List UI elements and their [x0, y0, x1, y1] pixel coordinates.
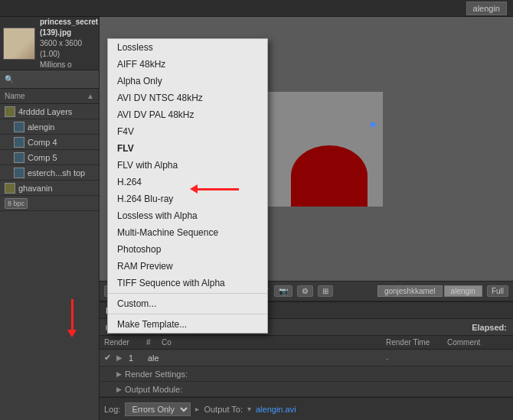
list-item[interactable]: alengin	[0, 119, 99, 135]
col-comment: Comment	[447, 338, 508, 347]
dropdown-separator	[108, 314, 267, 314]
render-settings-label: Render Settings:	[125, 370, 209, 379]
overlay-button[interactable]: ⊞	[318, 285, 333, 297]
render-row[interactable]: ✔ ▶ 1 ale -	[100, 350, 513, 366]
left-panel: princess_secret (139).jpg 3600 x 3600 (1…	[0, 17, 100, 420]
output-to-value[interactable]: alengin.avi	[256, 405, 296, 414]
render-table-header: Render # Co Render Time Comment	[100, 336, 513, 350]
comp-icon	[14, 122, 25, 132]
dropdown-item-tiff[interactable]: TIFF Sequence with Alpha	[108, 275, 267, 291]
user-badge: alengin	[466, 2, 507, 15]
search-input[interactable]	[17, 75, 78, 84]
output-module-row: ▶ Output Module:	[100, 382, 513, 397]
arrowhead-icon	[67, 330, 77, 337]
camera-button[interactable]: 📷	[274, 285, 292, 297]
layer-label: ghavanin	[18, 184, 94, 193]
dropdown-item-flv[interactable]: FLV	[108, 140, 267, 157]
preview-tabs: gonjeshkkamel alengin	[377, 285, 482, 297]
full-label[interactable]: Full	[487, 285, 508, 297]
dropdown-item-lossless-alpha[interactable]: Lossless with Alpha	[108, 207, 267, 224]
thumbnail-area: princess_secret (139).jpg 3600 x 3600 (1…	[0, 17, 99, 70]
arrow-line	[197, 188, 239, 190]
tab-alengin[interactable]: alengin	[444, 285, 482, 297]
dropdown-item-avi-pal[interactable]: AVI DV PAL 48kHz	[108, 106, 267, 123]
folder-icon	[5, 106, 15, 117]
dropdown-item-f4v[interactable]: F4V	[108, 123, 267, 140]
dropdown-item-ram-preview[interactable]: RAM Preview	[108, 258, 267, 275]
dropdown-item-lossless[interactable]: Lossless	[108, 39, 267, 56]
expand-icon: ▶	[116, 386, 122, 393]
comp-icon	[14, 152, 25, 163]
bpc-badge: 8 bpc	[5, 198, 28, 209]
layer-label: esterch...sh top	[28, 168, 94, 177]
log-select[interactable]: Errors Only	[125, 402, 191, 416]
col-hash: #	[146, 338, 162, 347]
layer-label: alengin	[28, 122, 94, 132]
layer-label: 4rdddd Layers	[18, 107, 94, 116]
render-settings-row: ▶ Render Settings:	[100, 366, 513, 382]
preview-circle	[291, 145, 368, 207]
list-item[interactable]: Comp 4	[0, 135, 99, 150]
search-bar: 🔍	[0, 70, 99, 89]
layer-list-header: Name ▲	[0, 89, 99, 104]
preview-dot	[371, 122, 375, 127]
expand-icon: ▶	[116, 370, 122, 378]
search-icon: 🔍	[5, 75, 14, 83]
list-item[interactable]: esterch...sh top	[0, 165, 99, 181]
list-item[interactable]: Comp 5	[0, 150, 99, 165]
row-checkbox[interactable]: ✔	[104, 353, 116, 363]
output-to-arrow: ▸	[195, 405, 199, 413]
thumbnail-title: princess_secret (139).jpg	[40, 17, 98, 38]
dropdown-item-avi-ntsc[interactable]: AVI DV NTSC 48kHz	[108, 90, 267, 106]
folder-icon	[5, 183, 15, 194]
dropdown-item-alpha-only[interactable]: Alpha Only	[108, 73, 267, 90]
preview-options[interactable]: ⚙	[297, 285, 313, 297]
arrow-line	[71, 299, 74, 330]
layer-label: Comp 4	[28, 138, 94, 147]
row-active-icon: ▶	[116, 353, 129, 362]
col-sort-arrow: ▲	[87, 92, 94, 100]
dropdown-item-h264[interactable]: H.264	[108, 174, 267, 190]
dropdown-menu: Lossless AIFF 48kHz Alpha Only AVI DV NT…	[107, 38, 268, 334]
dropdown-item-photoshop[interactable]: Photoshop	[108, 241, 267, 258]
layer-list: 4rdddd Layers alengin Comp 4 Comp 5 este…	[0, 104, 99, 420]
row-render-time: -	[386, 353, 447, 363]
dropdown-item-make-template[interactable]: Make Template...	[108, 316, 267, 333]
dropdown-item-flv-alpha[interactable]: FLV with Alpha	[108, 157, 267, 174]
col-render-time: Render Time	[386, 338, 447, 347]
thumbnail-image	[3, 28, 35, 60]
dropdown-item-custom[interactable]: Custom...	[108, 295, 267, 312]
col-name-label: Name	[5, 92, 83, 100]
annotation-arrow-flv	[190, 184, 239, 194]
col-comp: Co	[162, 338, 207, 347]
layer-label: Comp 5	[28, 153, 94, 162]
list-item: 8 bpc	[0, 196, 99, 211]
col-render: Render	[104, 338, 146, 347]
output-to-label: Output To:	[204, 405, 243, 414]
row-comp-name: ale	[148, 353, 190, 363]
thumbnail-dimensions: 3600 x 3600 (1.00)	[40, 38, 98, 60]
comp-icon	[14, 137, 25, 148]
comp-icon	[14, 168, 25, 178]
dropdown-item-aiff[interactable]: AIFF 48kHz	[108, 56, 267, 73]
dropdown-item-h264-blu[interactable]: H.264 Blu-ray	[108, 190, 267, 207]
tab-gonjeshkkamel[interactable]: gonjeshkkamel	[377, 285, 443, 297]
list-item[interactable]: 4rdddd Layers	[0, 104, 99, 119]
elapsed-label: Elapsed:	[472, 323, 507, 332]
output-to-dropdown-arrow: ▾	[247, 405, 251, 413]
bottom-controls: Log: Errors Only ▸ Output To: ▾ alengin.…	[100, 397, 513, 420]
row-number: 1	[129, 353, 148, 363]
list-item[interactable]: ghavanin	[0, 181, 99, 196]
log-label: Log:	[104, 405, 120, 414]
dropdown-item-multi-machine[interactable]: Multi-Machine Sequence	[108, 224, 267, 241]
annotation-arrow-output	[67, 299, 77, 337]
dropdown-separator	[108, 293, 267, 294]
top-bar: alengin	[0, 0, 513, 17]
output-module-label: Output Module:	[125, 385, 209, 394]
thumbnail-millions: Millions o	[40, 60, 98, 70]
thumbnail-info: princess_secret (139).jpg 3600 x 3600 (1…	[40, 17, 98, 70]
